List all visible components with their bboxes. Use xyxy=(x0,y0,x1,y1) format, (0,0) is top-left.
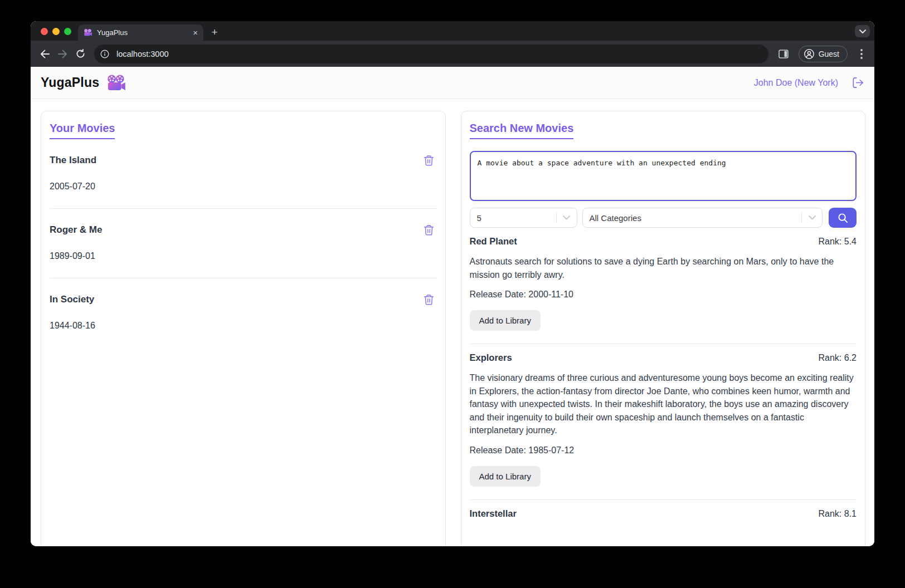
chevron-down-icon[interactable] xyxy=(855,25,870,37)
trash-icon[interactable] xyxy=(421,154,437,166)
back-icon[interactable] xyxy=(36,46,53,62)
guest-label: Guest xyxy=(819,50,839,58)
movie-release-date: 1944-08-16 xyxy=(50,321,437,331)
movie-title: In Society xyxy=(50,294,94,305)
result-limit-value: 5 xyxy=(477,213,481,223)
info-icon[interactable] xyxy=(98,47,112,61)
library-panel: Your Movies The Island 2005-07-20 Roger … xyxy=(41,111,446,546)
chevron-down-icon xyxy=(802,215,822,220)
result-title: Red Planet xyxy=(470,236,517,247)
result-title: Explorers xyxy=(470,352,512,363)
result-rank: Rank: 5.4 xyxy=(819,237,857,247)
app-viewport: YugaPlus John Doe (New York) Your Movies… xyxy=(31,67,874,546)
user-area: John Doe (New York) xyxy=(754,76,864,89)
divider xyxy=(470,499,857,500)
address-bar[interactable]: localhost:3000 xyxy=(94,45,768,63)
search-title: Search New Movies xyxy=(470,122,574,139)
search-button[interactable] xyxy=(829,208,857,228)
app-header: YugaPlus John Doe (New York) xyxy=(31,67,874,99)
search-result: Interstellar Rank: 8.1 xyxy=(470,508,857,519)
movie-release-date: 1989-09-01 xyxy=(50,251,437,261)
result-description: The visionary dreams of three curious an… xyxy=(470,371,857,437)
result-release-date: Release Date: 1985-07-12 xyxy=(470,445,857,455)
tab-yugaplus[interactable]: YugaPlus × xyxy=(78,24,203,41)
guest-profile-button[interactable]: Guest xyxy=(799,46,848,62)
side-panel-icon[interactable] xyxy=(775,46,792,62)
url-text: localhost:3000 xyxy=(116,50,169,58)
window-controls xyxy=(41,28,71,35)
library-title: Your Movies xyxy=(50,122,115,139)
new-tab-icon[interactable]: + xyxy=(208,26,221,39)
main-content: Your Movies The Island 2005-07-20 Roger … xyxy=(31,99,874,546)
user-profile-link[interactable]: John Doe (New York) xyxy=(754,78,838,88)
result-rank: Rank: 6.2 xyxy=(819,353,857,363)
search-controls: 5 All Categories xyxy=(470,208,857,228)
movie-release-date: 2005-07-20 xyxy=(50,182,437,192)
search-input[interactable]: A movie about a space adventure with an … xyxy=(470,151,857,201)
browser-toolbar: localhost:3000 Guest xyxy=(31,41,874,67)
result-rank: Rank: 8.1 xyxy=(819,509,857,519)
tab-strip: YugaPlus × + xyxy=(31,21,874,41)
chevron-down-icon xyxy=(557,215,577,220)
category-value: All Categories xyxy=(590,213,641,223)
movie-camera-icon xyxy=(106,74,126,92)
minimize-window-button[interactable] xyxy=(52,28,60,35)
zoom-window-button[interactable] xyxy=(64,28,71,35)
list-item: In Society 1944-08-16 xyxy=(50,278,437,331)
search-panel: Search New Movies A movie about a space … xyxy=(461,111,866,546)
list-item: Roger & Me 1989-09-01 xyxy=(50,209,437,278)
category-select[interactable]: All Categories xyxy=(582,208,823,228)
person-icon xyxy=(804,48,815,60)
app-title: YugaPlus xyxy=(41,75,99,90)
browser-window: YugaPlus × + localhost:3000 xyxy=(31,21,874,546)
add-to-library-button[interactable]: Add to Library xyxy=(470,310,541,331)
result-title: Interstellar xyxy=(470,508,517,519)
search-result: Explorers Rank: 6.2 The visionary dreams… xyxy=(470,352,857,500)
search-icon xyxy=(838,213,848,223)
movie-title: The Island xyxy=(50,155,96,166)
movie-title: Roger & Me xyxy=(50,224,102,236)
brand: YugaPlus xyxy=(41,74,126,92)
close-icon[interactable]: × xyxy=(193,28,198,37)
trash-icon[interactable] xyxy=(421,224,437,236)
list-item: The Island 2005-07-20 xyxy=(50,139,437,209)
movie-camera-icon xyxy=(84,28,93,37)
kebab-menu-icon[interactable] xyxy=(854,46,869,62)
result-release-date: Release Date: 2000-11-10 xyxy=(470,290,857,300)
add-to-library-button[interactable]: Add to Library xyxy=(470,466,541,487)
reload-icon[interactable] xyxy=(72,46,89,62)
logout-icon[interactable] xyxy=(852,76,864,89)
forward-icon[interactable] xyxy=(54,46,71,62)
search-result: Red Planet Rank: 5.4 Astronauts search f… xyxy=(470,236,857,344)
close-window-button[interactable] xyxy=(41,28,48,35)
trash-icon[interactable] xyxy=(421,293,437,306)
tab-title: YugaPlus xyxy=(97,28,188,37)
result-limit-select[interactable]: 5 xyxy=(470,208,577,228)
result-description: Astronauts search for solutions to save … xyxy=(470,255,857,281)
divider xyxy=(470,344,857,344)
